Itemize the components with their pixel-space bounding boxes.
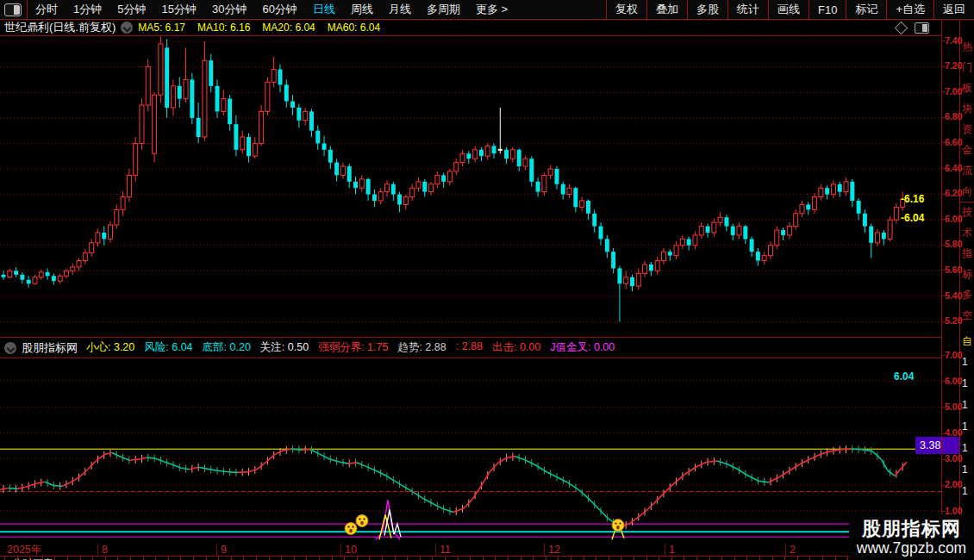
- month-label: 11: [440, 544, 451, 556]
- tab-15分钟[interactable]: 15分钟: [153, 2, 203, 17]
- price-tag-604: -6.04: [901, 212, 924, 224]
- week-tick: [835, 557, 836, 560]
- week-tick: [508, 557, 509, 560]
- week-tick: [483, 557, 484, 560]
- indicator-source: 股朋指标网: [22, 340, 78, 356]
- week-tick: [809, 557, 810, 560]
- tab-5分钟[interactable]: 5分钟: [109, 2, 153, 17]
- axis-tick: [941, 168, 946, 169]
- main-axis-label: 6.00: [945, 214, 974, 224]
- month-tick: [97, 544, 98, 556]
- week-tick: [395, 557, 396, 560]
- sidebar-item-favorites[interactable]: 自: [962, 336, 974, 346]
- main-axis-label: 6.20: [945, 188, 974, 198]
- week-tick: [495, 557, 496, 560]
- emoji-face: [356, 514, 368, 526]
- tab-更多 >[interactable]: 更多 >: [468, 2, 515, 17]
- axis-tick: [941, 40, 946, 41]
- week-tick: [546, 557, 546, 560]
- main-axis-label: 7.40: [945, 35, 974, 46]
- week-tick: [432, 557, 433, 560]
- main-axis-label: 7.00: [945, 86, 974, 96]
- tab-日线[interactable]: 日线: [305, 2, 343, 17]
- axis-tick: [941, 485, 946, 486]
- axis-tick: [941, 321, 946, 322]
- diamond-icon[interactable]: [895, 21, 908, 34]
- lower-axis-label: 5.00: [945, 401, 974, 412]
- axis-tick: [941, 511, 946, 512]
- watermark-url: www.7gpzb.com: [857, 539, 966, 557]
- month-label: 1: [669, 544, 675, 556]
- main-axis-label: 5.20: [945, 315, 974, 326]
- tab-分时[interactable]: 分时: [28, 2, 66, 17]
- sidebar-count: 1: [962, 443, 974, 453]
- button-统计[interactable]: 统计: [727, 0, 768, 19]
- tab-30分钟[interactable]: 30分钟: [204, 2, 254, 17]
- button-F10[interactable]: F10: [809, 0, 846, 19]
- indicator-field: 出击: 0.00: [492, 340, 540, 355]
- symbol-title[interactable]: 世纪鼎利(日线.前复权): [4, 20, 116, 35]
- corner-icons: [896, 21, 940, 34]
- main-candlestick-chart[interactable]: [0, 35, 941, 337]
- week-tick: [155, 557, 156, 560]
- week-tick: [721, 557, 722, 560]
- sidebar-item-clipped[interactable]: 资: [962, 124, 974, 134]
- week-tick: [332, 557, 333, 560]
- week-tick: [646, 557, 647, 560]
- lower-indicator-panel[interactable]: [0, 358, 941, 543]
- risk-value-tag: 6.04: [894, 370, 914, 383]
- tab-周线[interactable]: 周线: [343, 2, 381, 17]
- week-tick: [571, 557, 571, 560]
- month-label: 12: [548, 544, 560, 556]
- button-标记[interactable]: 标记: [846, 0, 886, 19]
- sidebar-item-clipped[interactable]: 术: [962, 227, 974, 238]
- indicator-field: 强弱分界: 1.75: [318, 340, 388, 355]
- week-tick: [357, 557, 358, 560]
- button-画线[interactable]: 画线: [768, 0, 809, 19]
- tab-1分钟[interactable]: 1分钟: [66, 2, 109, 17]
- week-tick: [696, 557, 697, 560]
- tab-60分钟[interactable]: 60分钟: [254, 2, 304, 17]
- week-tick: [369, 557, 370, 560]
- date-axis: 2025年 8910111212: [0, 544, 941, 557]
- week-tick: [29, 557, 30, 560]
- week-tick: [143, 557, 144, 560]
- week-tick: [206, 557, 207, 560]
- week-tick: [17, 557, 18, 560]
- indicator-field: 底部: 0.20: [203, 340, 251, 355]
- week-tick: [797, 557, 798, 560]
- sidebar-count: 1: [962, 464, 974, 475]
- clipped-bottom-text: 分时图表: [12, 557, 150, 560]
- week-tick: [609, 557, 609, 560]
- window-icon[interactable]: [4, 3, 22, 16]
- sidebar-item-clipped[interactable]: 指: [962, 248, 974, 258]
- axis-tick: [941, 117, 946, 118]
- axis-tick: [941, 66, 946, 67]
- lower-axis-label: 4.00: [945, 427, 974, 438]
- button-叠加[interactable]: 叠加: [646, 0, 687, 19]
- button-复权[interactable]: 复权: [606, 0, 646, 19]
- tab-多周期[interactable]: 多周期: [419, 2, 468, 17]
- axis-tick: [941, 219, 946, 220]
- week-tick: [218, 557, 219, 560]
- chevron-down-icon[interactable]: [4, 342, 16, 354]
- week-tick: [734, 557, 735, 560]
- panel-toggle-icon[interactable]: [915, 22, 929, 34]
- level-value-box: 3.38: [915, 437, 960, 454]
- week-tick: [54, 557, 55, 560]
- week-tick: [130, 557, 131, 560]
- button-多股[interactable]: 多股: [687, 0, 727, 19]
- week-tick: [92, 557, 93, 560]
- month-tick: [340, 544, 341, 556]
- button-+自选[interactable]: +自选: [886, 0, 933, 19]
- week-tick: [420, 557, 421, 560]
- ma-value: MA20: 6.04: [262, 22, 315, 34]
- week-tick: [281, 557, 282, 560]
- tab-月线[interactable]: 月线: [381, 2, 419, 17]
- main-axis-label: 6.80: [945, 111, 974, 121]
- button-返回[interactable]: 返回: [933, 0, 974, 19]
- month-tick: [785, 544, 786, 556]
- chevron-down-icon[interactable]: [121, 22, 133, 34]
- indicator-bar: 股朋指标网 小心: 3.20风险: 6.04底部: 0.20关注: 0.50强弱…: [0, 337, 941, 358]
- week-tick: [168, 557, 169, 560]
